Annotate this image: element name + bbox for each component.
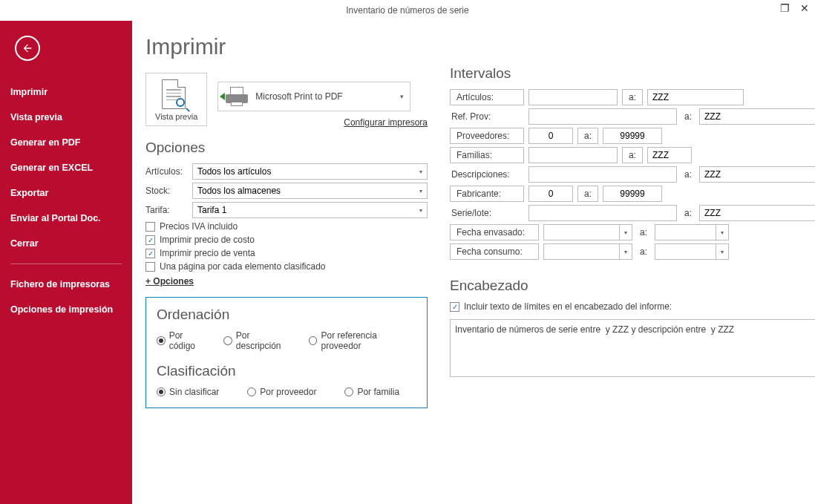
interval-label: Familias:: [450, 147, 524, 163]
sidebar-item-generar-excel[interactable]: Generar en EXCEL: [0, 155, 132, 180]
title-bar: Inventario de números de serie ❐ ✕: [0, 0, 815, 21]
interval-date-label: Fecha envasado:: [450, 224, 539, 240]
class-por-familia[interactable]: Por familia: [344, 387, 399, 397]
header-include-checkbox[interactable]: ✓: [450, 302, 459, 312]
order-por-referencia[interactable]: Por referencia proveedor: [309, 330, 416, 351]
preview-button[interactable]: Vista previa: [145, 73, 207, 126]
tarifa-select[interactable]: Tarifa 1▾: [192, 202, 428, 218]
interval-row: Ref. Prov:a:: [450, 108, 815, 125]
interval-date-row: Fecha consumo:▾a:▾: [450, 243, 815, 260]
interval-label: Artículos:: [450, 89, 524, 105]
sidebar-separator: [10, 264, 122, 264]
chevron-down-icon: ▾: [419, 168, 422, 175]
interval-a-label: a:: [681, 208, 695, 218]
sidebar-item-opciones-impresion[interactable]: Opciones de impresión: [0, 297, 132, 322]
interval-from-input[interactable]: [528, 89, 618, 105]
sidebar: Imprimir Vista previa Generar en PDF Gen…: [0, 21, 132, 504]
header-heading: Encabezado: [450, 278, 815, 294]
pagina-label: Una página por cada elemento clasificado: [160, 261, 325, 272]
date-from-select[interactable]: ▾: [543, 243, 632, 260]
articulos-select[interactable]: Todos los artículos▾: [192, 163, 428, 180]
interval-to-input[interactable]: [699, 166, 815, 183]
back-button[interactable]: [15, 36, 40, 61]
maximize-icon[interactable]: ❐: [780, 3, 790, 13]
header-textarea[interactable]: [450, 319, 815, 377]
window-title: Inventario de números de serie: [346, 5, 468, 16]
interval-a-label: a:: [637, 246, 650, 257]
iva-checkbox[interactable]: [145, 222, 155, 232]
interval-label: Ref. Prov:: [450, 111, 524, 122]
interval-to-input[interactable]: [603, 128, 662, 144]
sidebar-item-imprimir[interactable]: Imprimir: [0, 79, 132, 105]
sidebar-item-vista-previa[interactable]: Vista previa: [0, 105, 132, 130]
interval-from-input[interactable]: [528, 128, 573, 144]
interval-to-input[interactable]: [699, 205, 815, 221]
articulos-label: Artículos:: [145, 166, 192, 177]
ordering-heading: Ordenación: [157, 307, 416, 323]
interval-date-label: Fecha consumo:: [450, 243, 539, 260]
pagina-checkbox[interactable]: [145, 262, 155, 272]
options-heading: Opciones: [145, 140, 428, 156]
tarifa-label: Tarifa:: [145, 205, 192, 215]
sidebar-item-cerrar[interactable]: Cerrar: [0, 231, 132, 256]
interval-row: Artículos:a:: [450, 89, 815, 105]
ordering-box: Ordenación Por código Por descripción Po…: [145, 297, 428, 408]
order-por-descripcion[interactable]: Por descripción: [223, 330, 295, 351]
configure-printer-link[interactable]: Configurar impresora: [217, 117, 428, 128]
interval-to-input[interactable]: [699, 108, 815, 125]
stock-select[interactable]: Todos los almacenes▾: [192, 183, 428, 199]
chevron-down-icon: ▾: [619, 244, 627, 259]
venta-label: Imprimir precio de venta: [160, 248, 255, 258]
chevron-down-icon: ▾: [419, 188, 422, 194]
interval-a-label: a:: [622, 147, 643, 163]
intervals-heading: Intervalos: [450, 65, 815, 82]
date-to-select[interactable]: ▾: [655, 224, 729, 240]
sidebar-item-generar-pdf[interactable]: Generar en PDF: [0, 130, 132, 155]
more-options-link[interactable]: + Opciones: [145, 276, 428, 287]
classification-heading: Clasificación: [157, 363, 416, 379]
magnifier-icon: [176, 98, 189, 111]
costo-label: Imprimir precio de costo: [160, 235, 255, 245]
interval-from-input[interactable]: [528, 186, 573, 202]
costo-checkbox[interactable]: ✓: [145, 235, 155, 245]
iva-label: Precios IVA incluido: [160, 221, 238, 232]
interval-a-label: a:: [681, 169, 695, 180]
printer-icon: [226, 87, 248, 106]
interval-row: Serie/lote:a:: [450, 205, 815, 221]
chevron-down-icon: ▾: [400, 93, 404, 100]
class-sin-clasificar[interactable]: Sin clasificar: [157, 387, 219, 397]
interval-to-input[interactable]: [603, 186, 662, 202]
venta-checkbox[interactable]: ✓: [145, 249, 155, 258]
stock-label: Stock:: [145, 186, 192, 196]
sidebar-item-exportar[interactable]: Exportar: [0, 180, 132, 206]
interval-row: Familias:a:: [450, 147, 815, 163]
interval-row: Proveedores:a:: [450, 128, 815, 144]
interval-to-input[interactable]: [647, 147, 692, 163]
interval-from-input[interactable]: [528, 166, 677, 183]
sidebar-item-fichero-impresoras[interactable]: Fichero de impresoras: [0, 272, 132, 297]
interval-row: Fabricante:a:: [450, 186, 815, 202]
interval-from-input[interactable]: [528, 205, 677, 221]
interval-from-input[interactable]: [528, 108, 677, 125]
interval-label: Proveedores:: [450, 128, 524, 144]
date-from-select[interactable]: ▾: [543, 224, 632, 240]
page-title: Imprimir: [145, 34, 428, 59]
interval-a-label: a:: [637, 227, 650, 238]
interval-a-label: a:: [681, 111, 695, 122]
printer-select[interactable]: Microsoft Print to PDF ▾: [217, 82, 410, 111]
interval-label: Descripciones:: [450, 169, 524, 180]
chevron-down-icon: ▾: [419, 207, 422, 214]
interval-to-input[interactable]: [647, 89, 744, 105]
printer-name: Microsoft Print to PDF: [255, 91, 342, 102]
date-to-select[interactable]: ▾: [655, 243, 729, 260]
order-por-codigo[interactable]: Por código: [157, 330, 210, 351]
sidebar-item-enviar-portal[interactable]: Enviar al Portal Doc.: [0, 206, 132, 231]
class-por-proveedor[interactable]: Por proveedor: [247, 387, 316, 397]
interval-from-input[interactable]: [528, 147, 618, 163]
chevron-down-icon: ▾: [716, 244, 724, 259]
chevron-down-icon: ▾: [619, 225, 627, 240]
arrow-left-icon: [22, 42, 33, 54]
close-icon[interactable]: ✕: [800, 3, 809, 13]
document-icon: [162, 79, 186, 109]
preview-label: Vista previa: [155, 112, 197, 121]
